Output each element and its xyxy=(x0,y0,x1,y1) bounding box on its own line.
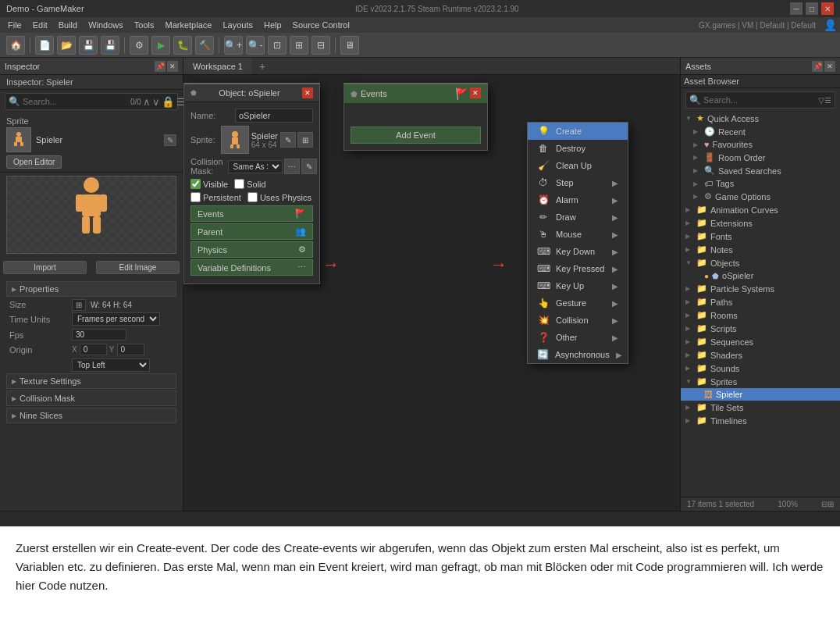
menu-edit[interactable]: Edit xyxy=(28,19,52,31)
context-keydown[interactable]: ⌨ Key Down ▶ xyxy=(528,243,628,260)
save-all-button[interactable]: 💾 xyxy=(101,36,119,55)
assets-zoom-slider[interactable]: ⊟⊞ xyxy=(821,500,834,508)
timelines-folder[interactable]: ▶ 📁 Timelines xyxy=(681,414,840,427)
solid-checkbox[interactable]: Solid xyxy=(234,179,265,189)
tags-item[interactable]: ▶ 🏷 Tags xyxy=(681,177,840,190)
menu-help[interactable]: Help xyxy=(259,19,287,31)
visible-check[interactable] xyxy=(190,179,201,189)
persistent-checkbox[interactable]: Persistent xyxy=(190,192,241,202)
maximize-button[interactable]: □ xyxy=(806,2,818,15)
favourites-item[interactable]: ▶ ♥ Favourites xyxy=(681,138,840,151)
paths-folder[interactable]: ▶ 📁 Paths xyxy=(681,295,840,308)
assets-filter-button[interactable]: ▽ xyxy=(818,96,824,105)
home-button[interactable]: 🏠 xyxy=(6,36,25,55)
open-editor-button[interactable]: Open Editor xyxy=(6,155,62,169)
context-keyup[interactable]: ⌨ Key Up ▶ xyxy=(528,277,628,294)
context-draw[interactable]: ✏ Draw ▶ xyxy=(528,209,628,226)
sprite-picker-thumb[interactable] xyxy=(221,126,249,154)
debug-button[interactable]: 🐛 xyxy=(173,36,192,55)
menu-layouts[interactable]: Layouts xyxy=(218,19,258,31)
spieler-sprite-item[interactable]: 🖼 Spieler xyxy=(681,388,840,401)
shaders-folder[interactable]: ▶ 📁 Shaders xyxy=(681,348,840,362)
zoom-reset-button[interactable]: ⊞ xyxy=(290,36,308,55)
context-gesture[interactable]: 👆 Gesture ▶ xyxy=(528,294,628,312)
texture-settings-section[interactable]: ▶ Texture Settings xyxy=(6,373,176,389)
properties-section-title[interactable]: ▶ Properties xyxy=(6,281,176,297)
uses-physics-check[interactable] xyxy=(247,192,258,202)
tilesets-folder[interactable]: ▶ 📁 Tile Sets xyxy=(681,401,840,414)
run-button[interactable]: ▶ xyxy=(151,36,170,55)
menu-file[interactable]: File xyxy=(3,19,27,31)
sprite-edit-button[interactable]: ✎ xyxy=(280,132,296,148)
new-button[interactable]: 📄 xyxy=(35,36,54,55)
build-button[interactable]: 🔨 xyxy=(195,36,214,55)
settings-button[interactable]: ⚙ xyxy=(130,36,148,55)
open-button[interactable]: 📂 xyxy=(57,36,76,55)
scripts-folder[interactable]: ▶ 📁 Scripts xyxy=(681,322,840,335)
ospieler-item[interactable]: ● ⬟ oSpieler xyxy=(681,269,840,282)
variable-defs-button[interactable]: Variable Definitions ⋯ xyxy=(190,259,313,276)
sounds-folder[interactable]: ▶ 📁 Sounds xyxy=(681,362,840,375)
fonts-folder[interactable]: ▶ 📁 Fonts xyxy=(681,230,840,243)
events-dialog-close[interactable]: ✕ xyxy=(470,87,481,98)
persistent-check[interactable] xyxy=(190,192,201,202)
collision-options-button[interactable]: ⋯ xyxy=(284,159,300,174)
inspector-close-button[interactable]: ✕ xyxy=(167,61,178,72)
edit-image-button[interactable]: Edit Image xyxy=(96,261,180,274)
particle-systems-folder[interactable]: ▶ 📁 Particle Systems xyxy=(681,282,840,295)
rooms-folder[interactable]: ▶ 📁 Rooms xyxy=(681,308,840,322)
assets-close-button[interactable]: ✕ xyxy=(824,61,835,72)
context-step[interactable]: ⏱ Step ▶ xyxy=(528,174,628,191)
context-alarm[interactable]: ⏰ Alarm ▶ xyxy=(528,191,628,209)
game-options-item[interactable]: ▶ ⚙ Game Options xyxy=(681,190,840,203)
user-icon[interactable]: 👤 xyxy=(824,19,837,31)
search-next[interactable]: ∨ xyxy=(152,96,160,108)
notes-folder[interactable]: ▶ 📁 Notes xyxy=(681,243,840,256)
grid-button[interactable]: ⊟ xyxy=(311,36,330,55)
context-keypressed[interactable]: ⌨ Key Pressed ▶ xyxy=(528,260,628,277)
recent-item[interactable]: ▶ 🕒 Recent xyxy=(681,125,840,138)
context-create[interactable]: 💡 Create xyxy=(528,123,628,140)
search-lock[interactable]: 🔒 xyxy=(162,96,175,108)
saved-searches-item[interactable]: ▶ 🔍 Saved Searches xyxy=(681,164,840,177)
context-other[interactable]: ❓ Other ▶ xyxy=(528,329,628,346)
close-button[interactable]: ✕ xyxy=(821,2,834,15)
window-controls[interactable]: ─ □ ✕ xyxy=(790,2,834,15)
object-dialog-close[interactable]: ✕ xyxy=(302,87,313,98)
sprite-options-button[interactable]: ✎ xyxy=(164,134,176,146)
objects-folder[interactable]: ▼ 📁 Objects xyxy=(681,256,840,269)
zoom-fit-button[interactable]: ⊡ xyxy=(268,36,287,55)
origin-preset-select[interactable]: Top Left xyxy=(72,358,150,372)
quick-access-folder[interactable]: ▼ ★ Quick Access xyxy=(681,112,840,125)
solid-check[interactable] xyxy=(234,179,244,189)
visible-checkbox[interactable]: Visible xyxy=(190,179,228,189)
extensions-folder[interactable]: ▶ 📁 Extensions xyxy=(681,216,840,230)
context-async[interactable]: 🔄 Asynchronous ▶ xyxy=(528,346,628,363)
sprite-new-button[interactable]: ⊞ xyxy=(297,132,313,148)
zoom-out-button[interactable]: 🔍- xyxy=(246,36,265,55)
time-units-select[interactable]: Frames per second xyxy=(72,312,160,326)
menu-windows[interactable]: Windows xyxy=(84,19,128,31)
object-dialog-header[interactable]: ⬟ Object: oSpieler ✕ xyxy=(184,84,319,102)
collision-mask-section[interactable]: ▶ Collision Mask xyxy=(6,390,176,406)
search-prev[interactable]: ∧ xyxy=(143,96,151,108)
assets-menu-button[interactable]: ☰ xyxy=(824,96,831,105)
assets-search-input[interactable] xyxy=(703,95,818,105)
fps-input[interactable] xyxy=(72,329,126,341)
origin-y-input[interactable] xyxy=(117,344,144,355)
name-input[interactable] xyxy=(235,109,313,123)
context-destroy[interactable]: 🗑 Destroy xyxy=(528,140,628,157)
nine-slices-section[interactable]: ▶ Nine Slices xyxy=(6,408,176,423)
origin-x-input[interactable] xyxy=(80,344,107,355)
sequences-folder[interactable]: ▶ 📁 Sequences xyxy=(681,335,840,348)
import-button[interactable]: Import xyxy=(3,261,87,274)
room-order-item[interactable]: ▶ 🚪 Room Order xyxy=(681,151,840,164)
physics-button[interactable]: Physics ⚙ xyxy=(190,241,313,258)
context-collision[interactable]: 💥 Collision ▶ xyxy=(528,312,628,329)
events-dialog-header[interactable]: ⬟ Events 🚩 ✕ xyxy=(344,84,487,103)
events-button[interactable]: Events 🚩 xyxy=(190,205,313,222)
animation-curves-folder[interactable]: ▶ 📁 Animation Curves xyxy=(681,203,840,216)
assets-pin-button[interactable]: 📌 xyxy=(812,61,823,72)
menu-source-control[interactable]: Source Control xyxy=(288,19,354,31)
inspector-search-input[interactable] xyxy=(23,97,130,106)
